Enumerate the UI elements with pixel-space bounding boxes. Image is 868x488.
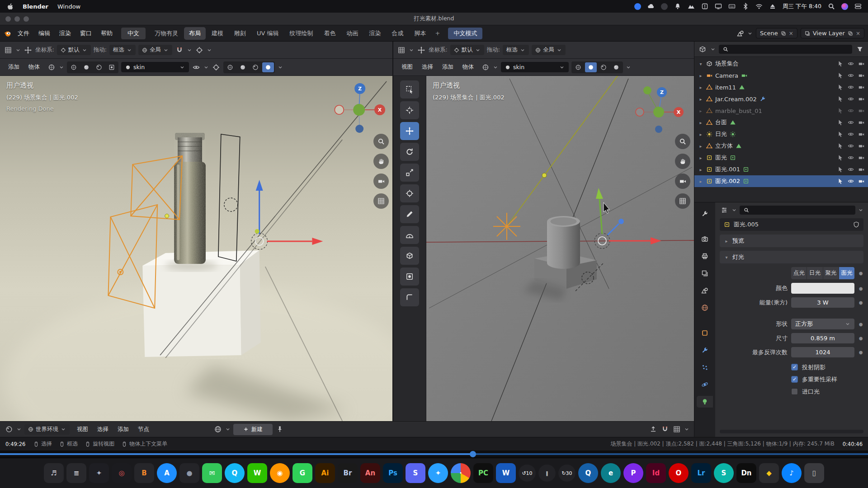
editor-type-icon[interactable]: [5, 425, 14, 434]
bottle-object[interactable]: [174, 133, 206, 265]
toggle-render-icon[interactable]: [858, 131, 864, 137]
shading-solid-button[interactable]: [237, 62, 249, 72]
dock-trash[interactable]: ▯: [804, 463, 824, 483]
chevron-down-icon[interactable]: [731, 207, 737, 213]
chevron-down-icon[interactable]: [858, 207, 863, 213]
dock-wechat[interactable]: W: [247, 463, 267, 483]
dock-caution[interactable]: ◆: [759, 463, 779, 483]
checkbox[interactable]: ✓: [791, 364, 798, 371]
dock-firefox[interactable]: ◉: [270, 463, 290, 483]
chevron-down-icon[interactable]: [16, 427, 22, 432]
toggle-selectable-icon[interactable]: [837, 72, 844, 79]
toggle-selectable-icon[interactable]: [837, 108, 844, 114]
spotlight-icon[interactable]: [828, 3, 835, 10]
toggle-selectable-icon[interactable]: [837, 155, 844, 161]
toggle-selectable-icon[interactable]: [837, 119, 844, 126]
light-type-button[interactable]: 聚光: [823, 267, 839, 279]
mode-icon[interactable]: [47, 63, 56, 72]
gizmo-y-handle[interactable]: [255, 229, 259, 234]
menu-item[interactable]: 添加: [4, 61, 24, 73]
chevron-down-icon[interactable]: [187, 47, 192, 53]
properties-icon[interactable]: [720, 206, 729, 215]
video-progress-knob[interactable]: [470, 451, 476, 457]
toggle-render-icon[interactable]: [858, 108, 864, 114]
dock-chrome[interactable]: ·: [451, 463, 471, 483]
keyboard-icon[interactable]: [728, 3, 736, 10]
toggle-material-icon[interactable]: [93, 62, 105, 72]
mode-pill-button[interactable]: 中文模式: [448, 28, 482, 39]
chevron-down-icon[interactable]: [626, 65, 631, 70]
chevron-down-icon[interactable]: [59, 65, 64, 70]
teams-status-icon[interactable]: [634, 3, 641, 10]
dock-blender[interactable]: B: [134, 463, 154, 483]
new-material-button[interactable]: 新建: [233, 424, 273, 435]
expand-icon[interactable]: ▸: [698, 73, 703, 78]
dock-qq[interactable]: Q: [225, 463, 245, 483]
mode-icon[interactable]: [481, 63, 490, 72]
shading-solid-button[interactable]: [585, 62, 597, 72]
dock-pycharm[interactable]: PC: [473, 463, 493, 483]
shader-context-dropdown[interactable]: 世界环境: [24, 424, 70, 435]
chevron-down-icon[interactable]: [15, 47, 21, 53]
datablock-name-field[interactable]: 面光.005: [720, 218, 863, 231]
scene-browse-icon[interactable]: [737, 30, 744, 37]
viewport-right-canvas[interactable]: Z X 用户透视 (22: [426, 76, 694, 421]
copy-icon[interactable]: [781, 31, 786, 36]
ortho-grid-button[interactable]: [675, 193, 690, 209]
gizmo-z-handle[interactable]: [618, 219, 624, 224]
toggle-selectable-icon[interactable]: [837, 166, 844, 173]
outliner-row[interactable]: ▸面光.001: [694, 164, 868, 175]
expand-icon[interactable]: ▸: [698, 132, 703, 137]
shading-rendered-button[interactable]: [610, 62, 622, 72]
expand-icon[interactable]: ▸: [698, 120, 703, 125]
chevron-down-icon[interactable]: [179, 65, 185, 70]
workspace-tab[interactable]: 建模: [207, 27, 228, 40]
wifi-icon[interactable]: [755, 3, 763, 10]
toggle-visible-icon[interactable]: [848, 155, 854, 161]
pan-hand-button[interactable]: [675, 154, 690, 169]
fake-user-shield-icon[interactable]: [853, 221, 859, 228]
display-icon[interactable]: [715, 3, 722, 10]
editor-type-icon[interactable]: [4, 46, 13, 55]
dock-photoshop[interactable]: Ps: [383, 463, 403, 483]
proportional-edit-icon[interactable]: [195, 46, 204, 55]
rendered-scene[interactable]: X Z: [0, 76, 392, 421]
dock-green-app[interactable]: G: [292, 463, 312, 483]
visibility-eye-icon[interactable]: [192, 63, 201, 72]
ortho-grid-button[interactable]: [373, 193, 389, 209]
zoom-button[interactable]: [675, 134, 690, 149]
expand-icon[interactable]: ▸: [698, 85, 703, 90]
outliner-row[interactable]: ▸日光: [694, 128, 868, 140]
menu-item[interactable]: 窗口: [75, 28, 96, 39]
apple-menu-icon[interactable]: [6, 3, 14, 10]
toggle-render-icon[interactable]: [858, 155, 864, 161]
tool-measure[interactable]: [400, 226, 419, 244]
orientation-dropdown[interactable]: 默认: [450, 45, 484, 55]
expand-icon[interactable]: ▾: [698, 61, 703, 66]
upload-icon[interactable]: [649, 425, 658, 434]
animate-dot[interactable]: ●: [858, 322, 863, 327]
tool-mask[interactable]: [400, 267, 419, 286]
tab-scene[interactable]: [697, 285, 713, 296]
tab-tool[interactable]: [697, 208, 713, 220]
shading-wireframe-button[interactable]: [224, 62, 236, 72]
sun-point[interactable]: [542, 173, 547, 178]
chevron-down-icon[interactable]: [747, 31, 753, 36]
overlays-icon[interactable]: [212, 63, 221, 72]
pivot-dropdown[interactable]: 全局: [532, 45, 566, 55]
drag-dropdown[interactable]: 框选: [109, 45, 136, 55]
bounces-field[interactable]: 1024: [791, 347, 854, 357]
expand-icon[interactable]: ▸: [698, 179, 703, 184]
toggle-visible-icon[interactable]: [848, 96, 854, 102]
toggle-visible-icon[interactable]: [848, 178, 854, 184]
toggle-visible-icon[interactable]: [848, 72, 854, 79]
animate-dot[interactable]: ●: [858, 271, 863, 276]
toggle-render-icon[interactable]: [858, 84, 864, 90]
menu-item[interactable]: 物体: [24, 61, 44, 73]
menu-item[interactable]: 添加: [438, 61, 458, 73]
toggle-visible-icon[interactable]: [848, 119, 854, 126]
toggle-visible-icon[interactable]: [848, 166, 854, 173]
workspace-tab[interactable]: +: [432, 28, 443, 39]
tool-transform[interactable]: [400, 184, 419, 202]
toggle-wire-icon[interactable]: [68, 62, 80, 72]
